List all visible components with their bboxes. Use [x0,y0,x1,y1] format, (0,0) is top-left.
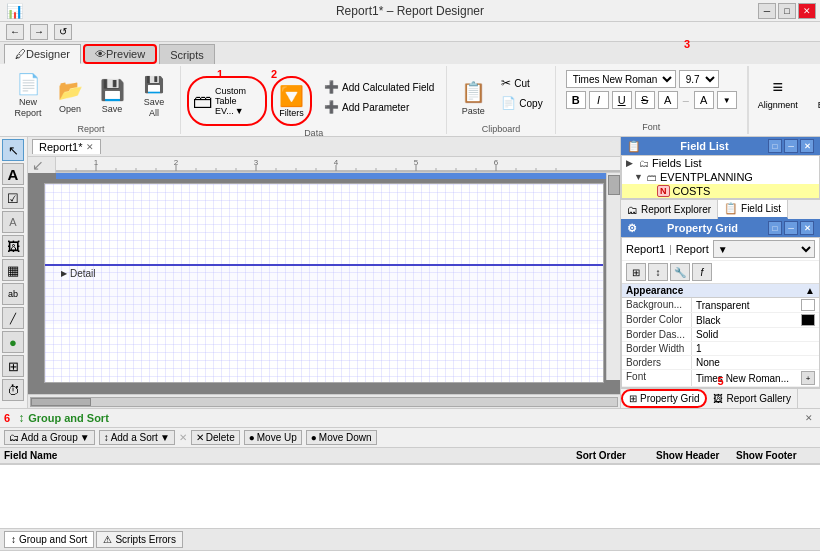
subscript-button[interactable]: ▼ [717,91,737,109]
window-controls: ─ □ ✕ [758,3,816,19]
gs-toolbar: 🗂 Add a Group ▼ ↕ Add a Sort ▼ ✕ ✕ Delet… [0,428,820,448]
property-grid-icon: ⚙ [627,222,637,235]
tab-report-gallery[interactable]: 🖼 Report Gallery [707,389,797,408]
gs-empty-area [0,464,820,528]
pg-pin-button[interactable]: ─ [784,221,798,235]
move-down-icon: ● [311,432,317,443]
field-list-close-button[interactable]: ✕ [800,139,814,153]
save-all-button[interactable]: 💾 Save All [134,68,174,122]
font-name-select[interactable]: Times New Roman [566,70,676,88]
pg-close-button[interactable]: ✕ [800,221,814,235]
prop-row-borders: Borders None [622,356,819,370]
svg-text:2: 2 [174,158,179,167]
bottom-tab-group-sort[interactable]: ↕ Group and Sort [4,531,94,548]
gs-close-button[interactable]: ✕ [802,411,816,425]
tab-property-grid[interactable]: ⊞ Property Grid [621,389,707,408]
borders-button[interactable]: ▦ Borders [809,66,820,120]
underline-button[interactable]: U [612,91,632,109]
custom-table-button[interactable]: 🗃 Custom Table EV... ▼ [187,76,267,126]
tool-checkbox[interactable]: ☑ [2,187,24,209]
prop-wrench-btn[interactable]: 🔧 [670,263,690,281]
field-list-pin-button[interactable]: ─ [784,139,798,153]
close-button[interactable]: ✕ [798,3,816,19]
refresh-button[interactable]: ↺ [54,24,72,40]
tool-text-ab[interactable]: ab [2,283,24,305]
h-scroll-track[interactable] [30,397,618,407]
group-sort-panel: 6 ↕ Group and Sort ✕ 🗂 Add a Group ▼ ↕ A… [0,408,820,528]
highlight-button[interactable]: A [694,91,714,109]
border-color-swatch[interactable] [801,314,815,326]
move-down-button[interactable]: ● Move Down [306,430,377,445]
new-report-button[interactable]: 📄 New Report [8,68,48,122]
bg-color-swatch[interactable] [801,299,815,311]
tool-table[interactable]: ▦ [2,259,24,281]
delete-icon: ✕ [196,432,204,443]
main-wrapper: ↖ A ☑ A 🖼 ▦ ab ╱ ● ⊞ ⏱ Report1* ✕ [0,137,820,550]
field-list-controls: □ ─ ✕ [768,139,814,153]
pg-float-button[interactable]: □ [768,221,782,235]
alignment-button[interactable]: ≡ Alignment [749,66,807,120]
ribbon-right-section: ≡ Alignment ▦ Borders ✏ Styles [748,66,820,134]
font-size-select[interactable]: 9.75 [679,70,719,88]
font-expand-btn[interactable]: + [801,371,815,385]
paste-button[interactable]: 📋 Paste [453,72,493,122]
field-list-header: 📋 Field List □ ─ ✕ [621,137,820,155]
delete-button[interactable]: ✕ Delete [191,430,240,445]
field-list-float-button[interactable]: □ [768,139,782,153]
tool-label[interactable]: A [2,211,24,233]
prop-alpha-btn[interactable]: ↕ [648,263,668,281]
add-group-button[interactable]: 🗂 Add a Group ▼ [4,430,95,445]
field-list-root[interactable]: ▶ 🗂 Fields List [622,156,819,170]
strikethrough-button[interactable]: S [635,91,655,109]
scripts-errors-icon: ⚠ [103,534,112,545]
annotation-6: 6 [4,412,10,424]
cut-button[interactable]: ✂ Cut [497,74,546,92]
tab-preview[interactable]: 👁 Preview [83,44,157,64]
tool-circle[interactable]: ● [2,331,24,353]
back-button[interactable]: ← [6,24,24,40]
prop-row-border-color: Border Color Black [622,313,819,328]
horizontal-scrollbar[interactable] [28,394,620,408]
tab-field-list[interactable]: 📋 Field List [718,200,788,219]
tool-connector[interactable]: ╱ [2,307,24,329]
tool-image[interactable]: 🖼 [2,235,24,257]
tool-pointer[interactable]: ↖ [2,139,24,161]
doc-tab-close[interactable]: ✕ [86,142,94,152]
designer-icon: 🖊 [15,48,26,60]
save-button[interactable]: 💾 Save [92,68,132,122]
maximize-button[interactable]: □ [778,3,796,19]
bottom-tab-scripts-errors[interactable]: ⚠ Scripts Errors [96,531,183,548]
ribbon-group-data: 1 2 🗃 Custom Table EV... ▼ [181,66,447,134]
field-list-costs[interactable]: N COSTS [622,184,819,198]
tab-report-explorer[interactable]: 🗂 Report Explorer [621,200,718,219]
tool-text-a[interactable]: A [2,163,24,185]
tab-designer[interactable]: 🖊 Designer [4,44,81,64]
prop-category-btn[interactable]: ⊞ [626,263,646,281]
pg-icon: ⊞ [629,393,637,404]
filters-icon: 🔽 [279,84,304,108]
add-sort-button[interactable]: ↕ Add a Sort ▼ [99,430,175,445]
tool-grid[interactable]: ⊞ [2,355,24,377]
tool-clock[interactable]: ⏱ [2,379,24,401]
doc-tabs-row: Report1* ✕ [28,137,620,157]
property-object-select[interactable]: ▼ [713,240,815,258]
add-parameter-button[interactable]: ➕ Add Parameter [320,98,438,116]
forward-button[interactable]: → [30,24,48,40]
doc-tab-report1[interactable]: Report1* ✕ [32,139,101,154]
font-color-button[interactable]: A [658,91,678,109]
copy-button[interactable]: 📄 Copy [497,94,546,112]
minimize-button[interactable]: ─ [758,3,776,19]
svg-text:6: 6 [494,158,499,167]
open-button[interactable]: 📂 Open [50,68,90,122]
add-calculated-field-button[interactable]: ➕ Add Calculated Field [320,78,438,96]
italic-button[interactable]: I [589,91,609,109]
gs-columns-row: Field Name Sort Order Show Header Show F… [0,448,820,464]
field-list-eventplanning[interactable]: ▼ 🗃 EVENTPLANNING [622,170,819,184]
prop-func-btn[interactable]: f [692,263,712,281]
filters-button[interactable]: 🔽 Filters [271,76,312,126]
field-list-tab-icon: 📋 [724,202,738,215]
move-up-button[interactable]: ● Move Up [244,430,302,445]
tab-scripts[interactable]: Scripts [159,44,215,64]
vertical-scrollbar[interactable] [606,173,620,380]
bold-button[interactable]: B [566,91,586,109]
